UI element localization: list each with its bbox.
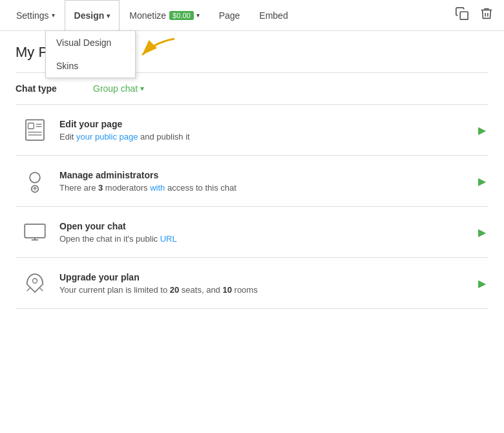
upgrade-plan-chevron: ▶ (478, 277, 488, 290)
nav-settings[interactable]: Settings ▾ (6, 0, 65, 31)
moderators-link[interactable]: with (150, 183, 165, 193)
action-upgrade-plan-text: Upgrade your plan Your current plan is l… (54, 272, 478, 295)
action-manage-admins-title: Manage administrators (59, 170, 478, 180)
nav-design[interactable]: Design ▾ (65, 0, 120, 31)
action-manage-admins-desc: There are 3 moderators with access to th… (59, 183, 478, 193)
action-open-chat[interactable]: Open your chat Open the chat in it's pub… (16, 207, 488, 258)
manage-admins-chevron: ▶ (478, 175, 488, 187)
action-upgrade-plan-title: Upgrade your plan (59, 272, 478, 282)
seat-count: 20 (170, 285, 179, 295)
design-dropdown: Visual Design Skins (45, 30, 136, 78)
action-manage-admins[interactable]: Manage administrators There are 3 modera… (16, 156, 488, 207)
arrow-annotation (136, 36, 181, 70)
svg-rect-0 (460, 12, 468, 19)
monetize-badge: $0.00 (169, 11, 194, 20)
chat-type-arrow: ▾ (140, 84, 144, 93)
action-open-chat-text: Open your chat Open the chat in it's pub… (54, 221, 478, 244)
room-count: 10 (222, 285, 231, 295)
edit-page-link[interactable]: your public page (76, 132, 138, 142)
svg-point-16 (33, 279, 37, 283)
action-open-chat-desc: Open the chat in it's public URL (59, 234, 478, 244)
delete-button[interactable] (477, 4, 496, 26)
rocket-icon (16, 269, 54, 297)
design-arrow: ▾ (107, 12, 110, 19)
action-edit-page-desc: Edit your public page and publish it (59, 132, 478, 142)
settings-label: Settings (16, 10, 49, 21)
embed-label: Embed (259, 10, 288, 21)
design-label: Design (74, 10, 105, 21)
svg-rect-13 (25, 224, 45, 238)
chat-type-value-text: Group chat (93, 83, 138, 94)
chat-type-dropdown[interactable]: Group chat ▾ (93, 83, 144, 94)
nav-embed[interactable]: Embed (249, 0, 297, 31)
nav-monetize[interactable]: Monetize $0.00 ▾ (120, 0, 209, 31)
copy-button[interactable] (452, 4, 472, 26)
top-nav: Settings ▾ Design ▾ Monetize $0.00 ▾ Pag… (0, 0, 504, 31)
moderator-count: 3 (98, 183, 103, 193)
action-upgrade-plan[interactable]: Upgrade your plan Your current plan is l… (16, 258, 488, 309)
page-icon (16, 116, 54, 143)
action-open-chat-title: Open your chat (59, 221, 478, 231)
action-edit-page[interactable]: Edit your page Edit your public page and… (16, 105, 488, 156)
edit-page-chevron: ▶ (478, 124, 488, 136)
settings-arrow: ▾ (52, 12, 55, 19)
svg-rect-3 (28, 123, 34, 129)
admin-icon (16, 167, 54, 195)
monetize-arrow: ▾ (196, 12, 200, 19)
open-chat-chevron: ▶ (478, 226, 488, 238)
page-label: Page (219, 10, 240, 21)
action-edit-page-title: Edit your page (59, 119, 478, 129)
action-manage-admins-text: Manage administrators There are 3 modera… (54, 170, 478, 193)
nav-page[interactable]: Page (209, 0, 250, 31)
action-rows: Edit your page Edit your public page and… (16, 105, 488, 309)
dropdown-skins[interactable]: Skins (46, 54, 135, 78)
dropdown-visual-design[interactable]: Visual Design (46, 31, 135, 54)
action-edit-page-text: Edit your page Edit your public page and… (54, 119, 478, 142)
action-upgrade-plan-desc: Your current plan is limited to 20 seats… (59, 285, 478, 295)
monitor-icon (16, 218, 54, 246)
chat-type-label: Chat type (16, 83, 93, 94)
svg-point-8 (30, 173, 40, 183)
nav-icons (452, 4, 504, 26)
chat-url-link[interactable]: URL (160, 234, 177, 244)
monetize-label: Monetize (129, 10, 166, 21)
